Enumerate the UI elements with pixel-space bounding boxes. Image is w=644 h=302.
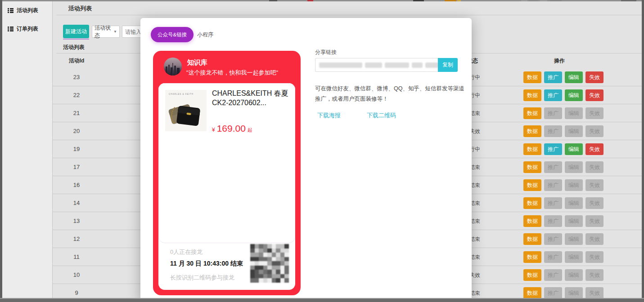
row-actions: 数据 推广 编辑 失效: [523, 197, 603, 209]
qr-hint: 长按识别二维码参与接龙: [170, 274, 234, 282]
data-button[interactable]: 数据: [523, 197, 541, 209]
product-card: CHARLES & KEITH: [158, 83, 295, 243]
promote-button[interactable]: 推广: [544, 143, 562, 155]
product-price: ¥ 169.00 起: [212, 123, 252, 134]
divider: [56, 15, 642, 15]
edit-button: 编辑: [565, 179, 583, 191]
edit-button: 编辑: [565, 287, 583, 299]
activity-id: 20: [63, 122, 90, 140]
activity-preview-card: 知识库 "这个接龙不错，快和我一起参加吧" CHARLES & KEITH: [153, 51, 301, 295]
avatar: [164, 58, 182, 76]
row-actions: 数据 推广 编辑 失效: [523, 71, 603, 83]
data-button[interactable]: 数据: [523, 251, 541, 263]
window-left-edge: [0, 0, 2, 302]
edit-button: 编辑: [565, 233, 583, 245]
promote-button: 推广: [544, 287, 562, 299]
data-button[interactable]: 数据: [523, 161, 541, 173]
data-button[interactable]: 数据: [523, 71, 541, 83]
price-suffix: 起: [248, 127, 252, 133]
preview-panel: CHARLES & KEITH: [158, 83, 295, 290]
list-section-label: 活动列表: [63, 44, 85, 51]
share-dialog: 公众号&链接 小程序 知识库 ": [140, 18, 472, 302]
tab-mini-program[interactable]: 小程序: [197, 31, 213, 39]
promote-button: 推广: [544, 125, 562, 137]
activity-id: 13: [63, 212, 90, 230]
data-button[interactable]: 数据: [523, 125, 541, 137]
row-actions: 数据 推广 编辑 失效: [523, 215, 603, 227]
data-button[interactable]: 数据: [523, 287, 541, 299]
edit-button: 编辑: [565, 251, 583, 263]
invalidate-button[interactable]: 失效: [585, 89, 603, 101]
invalidate-button: 失效: [585, 251, 603, 263]
promote-button: 推广: [544, 107, 562, 119]
invalidate-button: 失效: [585, 107, 603, 119]
redacted-text: [365, 62, 382, 68]
data-button[interactable]: 数据: [523, 233, 541, 245]
share-description: 可在微信好友、微信群、微博、QQ、知乎、短信群发等渠道推广，或者用户页面装修等！: [315, 84, 467, 104]
share-link-label: 分享链接: [315, 49, 337, 56]
activity-id: 23: [63, 68, 90, 86]
list-icon: [8, 8, 14, 13]
preview-nickname: 知识库: [187, 58, 207, 67]
download-poster-link[interactable]: 下载海报: [317, 111, 341, 120]
copy-button[interactable]: 复制: [438, 58, 458, 72]
app-window: 活动列表 订单列表 活动列表 新建活动 活动状态 ▼ 活动列表 活动Id 状态 …: [0, 0, 644, 302]
data-button[interactable]: 数据: [523, 143, 541, 155]
column-header-actions: 操作: [554, 53, 565, 68]
invalidate-button[interactable]: 失效: [585, 143, 603, 155]
edit-button[interactable]: 编辑: [565, 143, 583, 155]
row-actions: 数据 推广 编辑 失效: [523, 143, 603, 155]
promote-button: 推广: [544, 233, 562, 245]
data-button[interactable]: 数据: [523, 269, 541, 281]
qr-code: [250, 244, 289, 283]
tab-official-account-link[interactable]: 公众号&链接: [151, 27, 194, 42]
activity-id: 22: [63, 86, 90, 104]
promote-button: 推广: [544, 161, 562, 173]
new-activity-button[interactable]: 新建活动: [63, 25, 89, 38]
redacted-text: [385, 62, 409, 68]
promote-button: 推广: [544, 197, 562, 209]
sidebar-item-activity-list[interactable]: 活动列表: [2, 1, 52, 20]
row-actions: 数据 推广 编辑 失效: [523, 107, 603, 119]
sidebar-item-label: 活动列表: [17, 7, 38, 14]
data-button[interactable]: 数据: [523, 89, 541, 101]
promote-button[interactable]: 推广: [544, 71, 562, 83]
row-actions: 数据 推广 编辑 失效: [523, 233, 603, 245]
status-filter-select[interactable]: 活动状态 ▼: [92, 26, 120, 38]
edit-button: 编辑: [565, 197, 583, 209]
row-actions: 数据 推广 编辑 失效: [523, 251, 603, 263]
window-bottom-edge: [0, 298, 644, 302]
edit-button: 编辑: [565, 269, 583, 281]
edit-button: 编辑: [565, 125, 583, 137]
promote-button: 推广: [544, 215, 562, 227]
edit-button[interactable]: 编辑: [565, 89, 583, 101]
promote-button: 推广: [544, 251, 562, 263]
sidebar: 活动列表 订单列表: [2, 1, 53, 298]
caret-down-icon: ▼: [113, 30, 117, 34]
data-button[interactable]: 数据: [523, 215, 541, 227]
invalidate-button: 失效: [585, 233, 603, 245]
redacted-text: [412, 62, 423, 68]
column-header-id: 活动Id: [63, 53, 90, 68]
svg-text:CHARLES & KEITH: CHARLES & KEITH: [169, 93, 194, 95]
download-qrcode-link[interactable]: 下载二维码: [367, 111, 396, 120]
edit-button: 编辑: [565, 161, 583, 173]
edit-button[interactable]: 编辑: [565, 71, 583, 83]
invalidate-button: 失效: [585, 125, 603, 137]
data-button[interactable]: 数据: [523, 107, 541, 119]
share-link-input[interactable]: [315, 58, 438, 72]
edit-button: 编辑: [565, 215, 583, 227]
row-actions: 数据 推广 编辑 失效: [523, 89, 603, 101]
redacted-text: [425, 62, 438, 68]
preview-quote: "这个接龙不错，快和我一起参加吧": [186, 69, 278, 77]
sidebar-item-order-list[interactable]: 订单列表: [2, 20, 52, 38]
data-button[interactable]: 数据: [523, 179, 541, 191]
invalidate-button[interactable]: 失效: [585, 71, 603, 83]
invalidate-button: 失效: [585, 197, 603, 209]
currency-symbol: ¥: [212, 127, 215, 133]
row-actions: 数据 推广 编辑 失效: [523, 125, 603, 137]
activity-id: 16: [63, 176, 90, 194]
promote-button[interactable]: 推广: [544, 89, 562, 101]
invalidate-button: 失效: [585, 161, 603, 173]
promote-button: 推广: [544, 269, 562, 281]
